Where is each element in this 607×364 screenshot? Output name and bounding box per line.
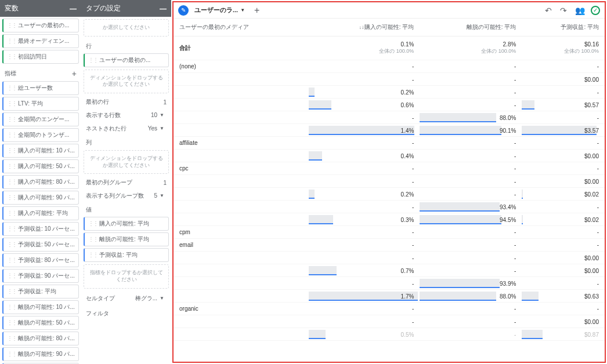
chip[interactable]: 予測収益: 50 パーセ... [2, 238, 79, 252]
cell: - [420, 315, 522, 328]
chip[interactable]: ユーザーの最初の... [84, 53, 169, 67]
minimize-icon[interactable]: — [70, 5, 77, 13]
chip[interactable]: 離脱の可能性: 平均 [84, 232, 169, 246]
chevron-down-icon: ▼ [160, 296, 164, 301]
cell: - [420, 162, 522, 175]
chip[interactable]: 総ユーザー数 [2, 81, 79, 95]
add-tab-icon[interactable]: + [251, 5, 263, 16]
total-c3: $0.16全体の 100.0% [522, 37, 605, 60]
cell: $0.00 [522, 264, 605, 277]
chevron-down-icon: ▼ [160, 126, 164, 131]
cell: - [309, 226, 420, 239]
cell: 0.3% [309, 213, 420, 226]
cell: 0.4% [309, 150, 420, 162]
chevron-down-icon: ▼ [160, 193, 164, 198]
filter-section-label: フィルタ [81, 306, 171, 319]
nested-rows-field[interactable]: ネストされた行 Yes▼ [81, 122, 171, 135]
cell: - [522, 137, 605, 150]
row-label: email [174, 239, 309, 252]
cell: - [309, 315, 420, 328]
chip[interactable]: 購入の可能性: 80 パ... [2, 175, 79, 189]
cell: - [420, 60, 522, 73]
row-label: organic [174, 303, 309, 315]
col-header-1[interactable]: ↓↓購入の可能性: 平均 [309, 19, 420, 37]
cell: - [420, 86, 522, 99]
row-label [174, 99, 309, 111]
start-row-field[interactable]: 最初の行 1 [81, 96, 171, 108]
col-header-3[interactable]: 予測収益: 平均 [522, 19, 605, 37]
value-dropzone[interactable]: 指標をドロップするか選択してください [84, 264, 169, 288]
row-label [174, 328, 309, 341]
chip[interactable]: 購入の可能性: 50 パ... [2, 159, 79, 173]
row-label [174, 277, 309, 290]
celltype-field[interactable]: セルタイプ 棒グラ...▼ [81, 291, 171, 306]
cell: - [420, 175, 522, 188]
cell: - [522, 201, 605, 213]
row-label [174, 290, 309, 303]
col-header-2[interactable]: 離脱の可能性: 平均 [420, 19, 522, 37]
cell: - [522, 60, 605, 73]
cell: - [309, 60, 420, 73]
chip[interactable]: 予測収益: 平均 [84, 248, 169, 262]
col-header-0[interactable]: ユーザーの最初のメディア [174, 19, 309, 37]
show-rows-field[interactable]: 表示する行数 10▼ [81, 108, 171, 122]
chip[interactable]: 離脱の可能性: 10 パ... [2, 300, 79, 314]
chevron-down-icon: ▼ [240, 8, 245, 13]
chip[interactable]: 全期間のエンゲー... [2, 112, 79, 126]
chip[interactable]: 購入の可能性: 平均 [84, 217, 169, 231]
cell: $0.00 [522, 150, 605, 162]
cell: 0.2% [309, 86, 420, 99]
chip[interactable]: 初回訪問日 [2, 50, 79, 64]
row-label [174, 73, 309, 86]
add-metric-icon[interactable]: + [72, 69, 77, 78]
cell: - [420, 328, 522, 341]
undo-icon[interactable]: ↶ [543, 6, 554, 15]
row-label [174, 111, 309, 124]
chip[interactable]: 離脱の可能性: 50 パ... [2, 316, 79, 330]
show-cols-field[interactable]: 表示する列グループ数 5▼ [81, 189, 171, 202]
row-dropzone[interactable]: ディメンションをドロップするか選択してください [84, 70, 169, 93]
cell: $0.00 [522, 315, 605, 328]
cell: 90.1% [420, 124, 522, 137]
cell: - [420, 252, 522, 264]
chip[interactable]: 購入の可能性: 平均 [2, 206, 79, 220]
chip[interactable]: ユーザーの最初の... [2, 19, 79, 32]
cell: - [522, 239, 605, 252]
cell: 1.4% [309, 124, 420, 137]
edit-icon[interactable]: ✎ [178, 5, 189, 16]
chip[interactable]: 購入の可能性: 90 パ... [2, 191, 79, 205]
top-dropzone[interactable]: か選択してください [84, 19, 169, 37]
chip[interactable]: LTV: 平均 [2, 97, 79, 111]
redo-icon[interactable]: ↷ [558, 6, 569, 15]
values-section-label: 値 [81, 202, 171, 215]
share-icon[interactable]: 👥 [573, 6, 587, 15]
minimize-icon[interactable]: — [160, 5, 167, 13]
cell: $0.00 [522, 73, 605, 86]
chip[interactable]: 最終オーディエン... [2, 34, 79, 48]
chip[interactable]: 予測収益: 10 パーセ... [2, 222, 79, 236]
cell: - [309, 277, 420, 290]
cell: 88.0% [420, 290, 522, 303]
total-c1: 0.1%全体の 100.0% [309, 37, 420, 60]
cell: $3.57 [522, 124, 605, 137]
cols-section-label: 列 [81, 135, 171, 148]
cell: - [522, 226, 605, 239]
row-label [174, 150, 309, 162]
cell: - [420, 137, 522, 150]
chip[interactable]: 離脱の可能性: 90 パ... [2, 347, 79, 361]
cell: - [522, 277, 605, 290]
chip[interactable]: 購入の可能性: 10 パ... [2, 144, 79, 158]
cell: - [420, 188, 522, 201]
report-tab[interactable]: ユーザーのラ... ▼ [192, 5, 247, 16]
chip[interactable]: 予測収益: 80 パーセ... [2, 253, 79, 267]
cell: 93.4% [420, 201, 522, 213]
row-label [174, 252, 309, 264]
col-dropzone[interactable]: ディメンションをドロップするか選択してください [84, 150, 169, 174]
chip[interactable]: 全期間のトランザ... [2, 128, 79, 142]
start-col-field[interactable]: 最初の列グループ 1 [81, 176, 171, 189]
chip[interactable]: 予測収益: 平均 [2, 285, 79, 299]
chip[interactable]: 離脱の可能性: 80 パ... [2, 332, 79, 345]
row-label [174, 315, 309, 328]
chip[interactable]: 予測収益: 90 パーセ... [2, 269, 79, 283]
cell: - [309, 239, 420, 252]
